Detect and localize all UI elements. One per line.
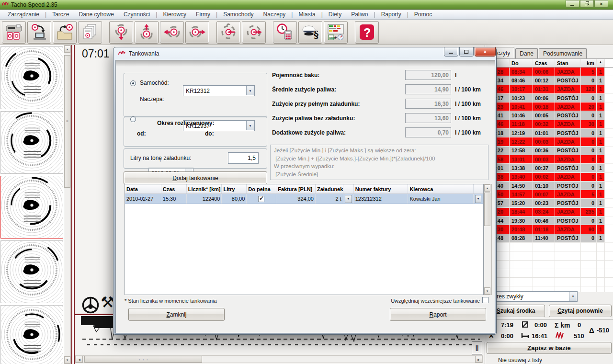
include-previous-checkbox[interactable]: [482, 297, 488, 303]
add-refueling-button[interactable]: Dodaj tankowanie: [124, 171, 267, 184]
menu-item-naczepy[interactable]: Naczepy: [259, 11, 291, 18]
activity-row[interactable]: 12:2212:5800:36POSTÓJ01: [485, 147, 613, 155]
activity-row[interactable]: 13:3813:4000:02JAZDA01: [485, 173, 613, 182]
time-calculator-icon[interactable]: [273, 21, 297, 44]
menu-item-kierowcy[interactable]: Kierowcy: [158, 11, 191, 18]
disc-up-icon[interactable]: [135, 21, 159, 44]
disc-center-out-icon[interactable]: [242, 21, 266, 44]
report-button[interactable]: Raport: [390, 308, 486, 321]
activity-report-icon[interactable]: DDD+: [324, 21, 348, 44]
scrollbar-thumb[interactable]: [484, 193, 490, 226]
scroll-up-icon[interactable]: ▲: [64, 46, 70, 53]
menu-item-czynności[interactable]: Czynności: [119, 11, 155, 18]
dialog-close-button[interactable]: ×: [475, 47, 496, 57]
menu-item-paliwo[interactable]: Paliwo: [346, 11, 373, 18]
period-select[interactable]: Okres zwykły ▼: [487, 291, 578, 302]
activity-row[interactable]: 19:3020:4801:18JAZDA901: [485, 225, 613, 234]
download-disc-icon[interactable]: [27, 21, 51, 44]
column-header[interactable]: Stan: [555, 59, 581, 67]
disc-thumbnail[interactable]: [0, 240, 63, 303]
menu-item-diety[interactable]: Diety: [324, 11, 346, 18]
disc-thumbnail-selected[interactable]: [0, 176, 63, 239]
tab-dane[interactable]: Dane: [515, 48, 538, 58]
column-header[interactable]: Litry: [222, 184, 247, 193]
activity-row[interactable]: 20:4808:2811:40POSTÓJ01: [485, 234, 613, 243]
column-header[interactable]: Licznik* [km]: [187, 184, 222, 193]
column-header[interactable]: Czas: [533, 59, 555, 67]
column-header[interactable]: Do: [510, 59, 533, 67]
activity-row[interactable]: 08:2808:3400:06JAZDA51: [485, 68, 613, 76]
activity-row[interactable]: 10:4611:1800:32JAZDA301: [485, 120, 613, 129]
column-header[interactable]: [474, 184, 483, 193]
reread-button[interactable]: Czytaj ponownie: [549, 305, 612, 317]
menu-item-miasta[interactable]: Miasta: [294, 11, 320, 18]
disc-down-icon[interactable]: [109, 21, 133, 44]
column-header[interactable]: km: [581, 59, 597, 67]
scrollbar-thumb[interactable]: ≡: [64, 55, 70, 188]
disc-thumbnail[interactable]: [0, 305, 63, 364]
help-icon[interactable]: ?: [355, 21, 379, 44]
chevron-down-icon[interactable]: ▼: [475, 195, 481, 203]
scroll-right-icon[interactable]: ▶: [475, 356, 482, 363]
activity-row[interactable]: 12:1912:2200:03JAZDA01: [485, 137, 613, 146]
activity-row[interactable]: 12:5813:0100:03JAZDA01: [485, 155, 613, 164]
activity-row[interactable]: 11:1812:1901:01POSTÓJ01: [485, 129, 613, 137]
chevron-down-icon[interactable]: ▼: [345, 195, 352, 203]
refueling-row[interactable]: 2010-02-2715:3012240080,00324,002 t▼1232…: [125, 194, 483, 204]
column-header[interactable]: Załadunek: [316, 184, 343, 193]
scroll-down-icon[interactable]: ▼: [484, 287, 490, 295]
activity-row[interactable]: 10:4110:4600:05POSTÓJ01: [485, 111, 613, 120]
activity-row[interactable]: 14:5715:2000:23POSTÓJ01: [485, 199, 613, 207]
activity-row[interactable]: 15:2018:4403:24JAZDA2351: [485, 208, 613, 216]
column-header[interactable]: Numer faktury: [354, 184, 409, 193]
do-pelna-checkbox[interactable]: [258, 196, 264, 202]
tab-podsumowanie[interactable]: Podsumowanie: [539, 48, 587, 58]
dialog-titlebar[interactable]: Tankowania: [114, 47, 496, 60]
dialog-maximize-button[interactable]: [459, 47, 474, 57]
control-paragraph-icon[interactable]: §: [298, 21, 322, 44]
activity-row[interactable]: 10:1710:2300:06POSTÓJ01: [485, 94, 613, 102]
scrollbar-thumb[interactable]: ⋮⋮⋮: [84, 356, 202, 363]
column-header[interactable]: *: [597, 59, 605, 67]
column-header[interactable]: Do pełna: [247, 184, 276, 193]
chevron-down-icon[interactable]: ▼: [246, 86, 254, 95]
menu-item-firmy[interactable]: Firmy: [191, 11, 215, 18]
scroll-up-icon[interactable]: ▲: [484, 184, 490, 192]
disc-left-icon[interactable]: [160, 21, 184, 44]
chevron-down-icon[interactable]: ▼: [569, 292, 577, 301]
save-to-db-button[interactable]: Zapisz w bazie: [487, 342, 612, 354]
menu-item-dane-cyfrowe[interactable]: Dane cyfrowe: [74, 11, 119, 18]
scroll-down-icon[interactable]: ▼: [64, 356, 70, 364]
activity-row[interactable]: 08:3408:4600:12POSTÓJ01: [485, 76, 613, 85]
column-header[interactable]: Faktura [PLN]: [276, 184, 316, 193]
activity-row[interactable]: 13:4014:5001:10POSTÓJ01: [485, 182, 613, 190]
scroll-left-icon[interactable]: ◀: [76, 356, 83, 363]
activity-row[interactable]: 18:4419:3000:46POSTÓJ01: [485, 216, 613, 225]
column-header[interactable]: Kierowca: [408, 184, 474, 193]
column-header[interactable]: Czas: [161, 184, 187, 193]
column-header[interactable]: [343, 184, 354, 193]
close-dialog-button[interactable]: Zamknij: [128, 308, 225, 321]
pause-button[interactable]: ||: [472, 341, 482, 354]
minimize-button[interactable]: [566, 0, 579, 8]
disc-thumbnail[interactable]: [0, 46, 63, 109]
panel-separator[interactable]: [71, 45, 75, 364]
horizontal-scrollbar[interactable]: ◀ ⋮⋮⋮ ▶: [75, 355, 483, 363]
menu-item-tarcze[interactable]: Tarcze: [47, 11, 74, 18]
liters-input[interactable]: 1,5: [228, 152, 259, 164]
table-scrollbar[interactable]: ▲ ▼: [484, 184, 492, 295]
menu-item-raporty[interactable]: Raporty: [376, 11, 406, 18]
vehicle-combo[interactable]: KR12312 ▼: [183, 85, 255, 96]
activity-row[interactable]: 13:0113:3800:37POSTÓJ01: [485, 164, 613, 172]
refueling-table[interactable]: DataCzasLicznik* [km]LitryDo pełnaFaktur…: [125, 184, 484, 295]
dialog-minimize-button[interactable]: [444, 47, 458, 57]
activity-row[interactable]: 08:4610:1701:31JAZDA1201: [485, 85, 613, 94]
vehicle-radio[interactable]: [130, 80, 136, 86]
activity-row[interactable]: 14:5014:5700:07JAZDA51: [485, 190, 613, 199]
disc-documents-icon[interactable]: [78, 21, 102, 44]
disc-right-icon[interactable]: [185, 21, 209, 44]
sidebar-scrollbar[interactable]: ▲ ≡ ▼: [64, 45, 71, 364]
menu-item-samochody[interactable]: Samochody: [218, 11, 258, 18]
tacho-reader-icon[interactable]: [2, 21, 26, 44]
disc-thumbnail[interactable]: [0, 111, 63, 174]
